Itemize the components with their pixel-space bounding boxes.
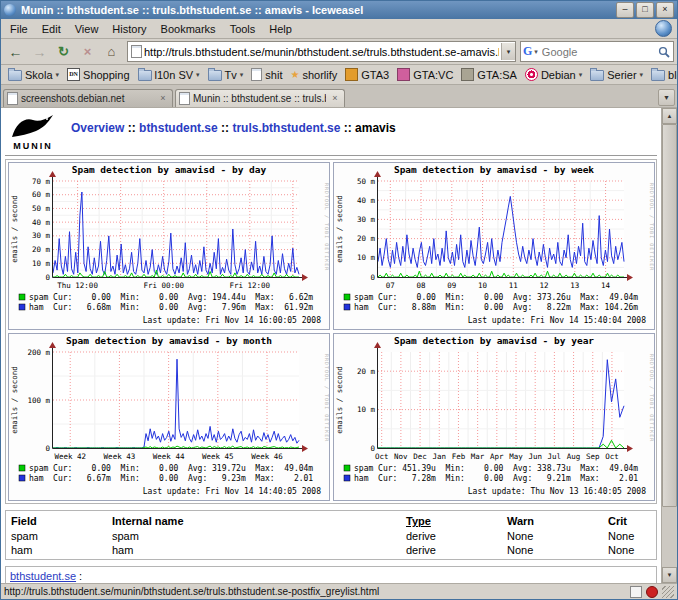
bookmark-item[interactable]: Skola▾ bbox=[4, 67, 63, 82]
maximize-button[interactable]: □ bbox=[636, 2, 654, 18]
svg-text:Last update: Thu Nov 13 16:40:: Last update: Thu Nov 13 16:40:05 2008 bbox=[468, 487, 646, 496]
munin-graph[interactable]: Spam detection by amavisd - by weekemail… bbox=[333, 162, 655, 330]
back-button[interactable]: ← bbox=[4, 41, 27, 62]
url-dropdown-chevron[interactable]: ▾ bbox=[501, 43, 515, 60]
svg-text:20 m: 20 m bbox=[357, 234, 376, 243]
breadcrumb-item-truls-bthstudent-se[interactable]: truls.bthstudent.se bbox=[232, 121, 340, 135]
svg-text:Jul: Jul bbox=[548, 452, 562, 461]
group-link-bthstudent[interactable]: bthstudent.se bbox=[10, 570, 76, 582]
minimize-button[interactable]: – bbox=[616, 2, 634, 18]
resize-grip-icon[interactable] bbox=[662, 586, 674, 598]
menu-tools[interactable]: Tools bbox=[223, 21, 263, 37]
bookmark-item[interactable]: GTA3 bbox=[341, 67, 393, 82]
url-bar[interactable]: ▾ bbox=[127, 41, 516, 62]
svg-text:RRDTOOL / TOBI OETIKER: RRDTOOL / TOBI OETIKER bbox=[324, 183, 329, 271]
breadcrumb-separator: :: bbox=[124, 121, 139, 135]
search-input[interactable] bbox=[540, 45, 655, 59]
bookmark-item[interactable]: ★shorlify bbox=[286, 68, 341, 82]
chevron-down-icon: ▾ bbox=[240, 71, 244, 79]
bookmark-item[interactable]: shit bbox=[247, 67, 286, 82]
bookmark-label: blogg bbox=[668, 69, 677, 81]
scroll-up-arrow[interactable]: ▲ bbox=[662, 108, 677, 124]
svg-text:Apr: Apr bbox=[490, 452, 504, 461]
forward-button[interactable]: → bbox=[28, 41, 51, 62]
menu-file[interactable]: File bbox=[3, 21, 35, 37]
folder-icon bbox=[8, 70, 22, 81]
bookmark-item[interactable]: GTA:SA bbox=[457, 67, 521, 82]
google-icon: G bbox=[523, 44, 532, 59]
scrollbar-track[interactable] bbox=[662, 124, 677, 567]
fields-table-header-row: FieldInternal nameTypeWarnCrit bbox=[8, 513, 654, 529]
folder-icon bbox=[208, 70, 222, 81]
munin-graph[interactable]: Spam detection by amavisd - by monthemai… bbox=[8, 333, 330, 501]
titlebar[interactable]: Munin :: bthstudent.se :: truls.bthstude… bbox=[1, 1, 677, 19]
bookmark-item[interactable]: GTA:VC bbox=[393, 67, 457, 82]
menu-history[interactable]: History bbox=[105, 21, 153, 37]
svg-text:20 m: 20 m bbox=[357, 367, 376, 376]
menu-bookmarks[interactable]: Bookmarks bbox=[154, 21, 223, 37]
scrollbar-thumb[interactable] bbox=[662, 124, 677, 507]
table-cell: spam bbox=[8, 529, 109, 543]
group-link-suffix: : bbox=[76, 570, 82, 582]
home-button[interactable]: ⌂ bbox=[100, 41, 123, 62]
search-engine-chevron[interactable]: ▾ bbox=[534, 48, 538, 56]
reload-button[interactable]: ↻ bbox=[52, 41, 75, 62]
column-header-type[interactable]: Type bbox=[403, 513, 504, 529]
svg-text:Week 45: Week 45 bbox=[202, 452, 234, 461]
bookmark-item[interactable]: blogg▾ bbox=[647, 67, 677, 82]
adblock-icon[interactable] bbox=[646, 586, 658, 598]
svg-text:ham Cur: 8.88m Min: 0.0: ham Cur: 8.88m Min: 0.00 Avg: 8.22m Max:… bbox=[354, 303, 638, 312]
table-row: spamspamderiveNoneNone bbox=[8, 529, 654, 543]
svg-text:emails / second: emails / second bbox=[335, 195, 344, 263]
menu-edit[interactable]: Edit bbox=[35, 21, 68, 37]
gtasa-icon bbox=[461, 68, 474, 81]
bookmark-item[interactable]: DNShopping bbox=[63, 67, 134, 82]
folder-icon bbox=[590, 70, 604, 81]
table-cell: spam bbox=[109, 529, 403, 543]
vertical-scrollbar[interactable]: ▲ ▼ bbox=[661, 108, 677, 583]
window-title: Munin :: bthstudent.se :: truls.bthstude… bbox=[21, 4, 614, 16]
bookmark-label: GTA:VC bbox=[413, 69, 453, 81]
svg-text:Spam detection by amavisd - by: Spam detection by amavisd - by year bbox=[394, 335, 594, 346]
menu-view[interactable]: View bbox=[68, 21, 106, 37]
breadcrumb-item-overview[interactable]: Overview bbox=[71, 121, 124, 135]
tab-active[interactable]: Munin :: bthstudent.se :: truls.bthstud.… bbox=[175, 89, 345, 107]
tab-inactive[interactable]: screenshots.debian.net× bbox=[3, 89, 173, 107]
bookmark-item[interactable]: Tv▾ bbox=[204, 67, 248, 82]
page-header: MUNIN Overview :: bthstudent.se :: truls… bbox=[1, 108, 661, 153]
bookmark-label: Serier bbox=[607, 69, 636, 81]
svg-text:Aug: Aug bbox=[567, 452, 581, 461]
bookmark-item[interactable]: Debian▾ bbox=[521, 67, 586, 82]
column-header-warn: Warn bbox=[504, 513, 605, 529]
url-input[interactable] bbox=[142, 46, 501, 58]
munin-graph[interactable]: Spam detection by amavisd - by yearemail… bbox=[333, 333, 655, 501]
list-all-tabs-button[interactable]: ▼ bbox=[658, 89, 675, 106]
close-icon[interactable]: × bbox=[329, 93, 341, 105]
svg-text:10: 10 bbox=[478, 281, 488, 290]
bookmark-item[interactable]: Serier▾ bbox=[586, 67, 647, 82]
page-info-icon[interactable] bbox=[630, 586, 642, 598]
fields-table: FieldInternal nameTypeWarnCrit spamspamd… bbox=[8, 513, 654, 557]
header-divider bbox=[5, 155, 657, 156]
munin-graph[interactable]: Spam detection by amavisd - by dayemails… bbox=[8, 162, 330, 330]
bookmarks-toolbar: Skola▾DNShoppingl10n SV▾Tv▾shit★shorlify… bbox=[1, 65, 677, 85]
close-button[interactable]: × bbox=[656, 2, 674, 18]
stop-button[interactable]: × bbox=[76, 41, 99, 62]
svg-text:13: 13 bbox=[570, 281, 579, 290]
scroll-down-arrow[interactable]: ▼ bbox=[662, 567, 677, 583]
iceweasel-window-icon bbox=[4, 4, 16, 16]
table-cell: ham bbox=[109, 543, 403, 557]
menu-help[interactable]: Help bbox=[262, 21, 299, 37]
svg-text:30 m: 30 m bbox=[32, 231, 51, 240]
close-icon[interactable]: × bbox=[157, 93, 169, 105]
bookmark-item[interactable]: l10n SV▾ bbox=[134, 67, 204, 82]
browser-content: MUNIN Overview :: bthstudent.se :: truls… bbox=[1, 108, 677, 583]
table-cell: None bbox=[605, 529, 654, 543]
svg-text:spam Cur: 0.00 Min: 0.0: spam Cur: 0.00 Min: 0.00 Avg: 373.26u Ma… bbox=[354, 293, 638, 302]
svg-text:ham Cur: 6.67m Min: 0.0: ham Cur: 6.67m Min: 0.00 Avg: 9.23m Max:… bbox=[29, 474, 313, 483]
search-box[interactable]: G ▾ bbox=[520, 41, 674, 62]
dn-icon: DN bbox=[67, 68, 80, 81]
search-icon[interactable] bbox=[657, 45, 671, 59]
breadcrumb-item-bthstudent-se[interactable]: bthstudent.se bbox=[139, 121, 218, 135]
svg-text:50 m: 50 m bbox=[32, 204, 51, 213]
